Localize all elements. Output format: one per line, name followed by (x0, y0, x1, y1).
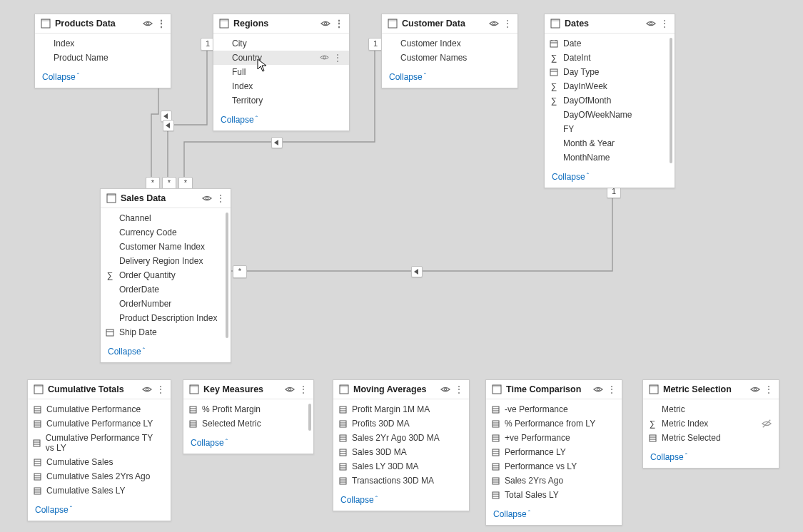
field-row[interactable]: Channel (101, 211, 231, 225)
field-label: Total Sales LY (505, 490, 559, 500)
more-options-icon[interactable]: ⋮ (607, 384, 616, 394)
collapse-link[interactable]: Collapseˆ (650, 452, 687, 462)
table-time-comparison[interactable]: Time Comparison ⋮ -ve Performance % Perf… (485, 379, 622, 526)
field-row[interactable]: Cumulative Sales (28, 455, 171, 469)
collapse-link[interactable]: Collapseˆ (221, 115, 258, 125)
field-row[interactable]: Index (35, 36, 171, 51)
table-dates[interactable]: Dates ⋮ Date ∑DateInt Day Type ∑DayInWee… (544, 14, 675, 188)
field-row[interactable]: Total Sales LY (486, 488, 622, 502)
table-cumulative-totals[interactable]: Cumulative Totals ⋮ Cumulative Performan… (27, 379, 171, 521)
visibility-icon[interactable] (202, 193, 212, 203)
collapse-link[interactable]: Collapseˆ (108, 347, 145, 357)
field-row[interactable]: OrderNumber (101, 297, 231, 311)
visibility-icon[interactable] (646, 19, 656, 29)
table-key-measures[interactable]: Key Measures ⋮ % Profit Margin Selected … (183, 379, 314, 454)
table-regions[interactable]: Regions ⋮ City Country ⋮ Full Index Terr… (213, 14, 350, 131)
field-row[interactable]: ∑Order Quantity (101, 268, 231, 282)
field-row[interactable]: Profit Margin 1M MA (333, 402, 469, 416)
field-row[interactable]: Index (213, 79, 349, 93)
collapse-link[interactable]: Collapseˆ (191, 438, 228, 448)
field-row[interactable]: Cumulative Performance TY vs LY (28, 431, 171, 455)
field-row[interactable]: Ship Date (101, 325, 231, 339)
field-row[interactable]: Month & Year (545, 136, 675, 150)
field-row[interactable]: City (213, 36, 349, 51)
field-row[interactable]: ∑ Metric Index (643, 416, 779, 431)
table-products-data[interactable]: Products Data ⋮ Index Product Name Colla… (34, 14, 171, 88)
field-row[interactable]: Customer Names (382, 51, 517, 65)
field-row[interactable]: Profits 30D MA (333, 416, 469, 431)
field-row[interactable]: % Performance from LY (486, 416, 622, 431)
field-label: Cumulative Performance TY vs LY (46, 433, 163, 453)
field-row[interactable]: Delivery Region Index (101, 254, 231, 268)
more-options-icon[interactable]: ⋮ (660, 19, 669, 29)
field-row[interactable]: +ve Performance (486, 431, 622, 445)
collapse-link[interactable]: Collapseˆ (552, 172, 589, 182)
field-row[interactable]: Date (545, 36, 675, 51)
more-options-icon[interactable]: ⋮ (333, 53, 342, 63)
visibility-icon[interactable] (142, 384, 152, 394)
collapse-link[interactable]: Collapseˆ (389, 72, 426, 82)
visibility-icon[interactable] (750, 384, 760, 394)
field-row[interactable]: ∑DateInt (545, 51, 675, 65)
field-row[interactable]: ∑DayOfMonth (545, 93, 675, 108)
measure-icon (490, 420, 500, 428)
more-options-icon[interactable]: ⋮ (764, 384, 773, 394)
collapse-link[interactable]: Collapseˆ (42, 72, 79, 82)
field-row[interactable]: Cumulative Performance (28, 402, 171, 416)
more-options-icon[interactable]: ⋮ (503, 19, 512, 29)
collapse-link[interactable]: Collapseˆ (493, 509, 530, 519)
visibility-icon[interactable] (440, 384, 450, 394)
hidden-icon[interactable] (762, 419, 772, 429)
field-row[interactable]: Sales 2Yr Ago 30D MA (333, 431, 469, 445)
visibility-icon[interactable] (593, 384, 603, 394)
field-row[interactable]: Product Description Index (101, 311, 231, 325)
collapse-link[interactable]: Collapseˆ (35, 505, 72, 515)
field-label: Cumulative Sales 2Yrs Ago (46, 471, 150, 481)
field-row[interactable]: Transactions 30D MA (333, 474, 469, 488)
more-options-icon[interactable]: ⋮ (335, 19, 343, 29)
field-row[interactable]: Currency Code (101, 225, 231, 240)
table-metric-selection[interactable]: Metric Selection ⋮ Metric ∑ Metric Index… (642, 379, 779, 469)
table-moving-averages[interactable]: Moving Averages ⋮ Profit Margin 1M MA Pr… (333, 379, 470, 511)
field-row[interactable]: Territory (213, 93, 349, 108)
field-row[interactable]: Customer Name Index (101, 240, 231, 254)
more-options-icon[interactable]: ⋮ (216, 193, 225, 203)
model-canvas[interactable]: { "collapseLabel": "Collapse", "tables":… (0, 0, 803, 532)
field-row[interactable]: Customer Index (382, 36, 517, 51)
table-sales-data[interactable]: Sales Data ⋮ Channel Currency Code Custo… (100, 188, 231, 363)
visibility-icon[interactable] (285, 384, 295, 394)
field-row[interactable]: % Profit Margin (183, 402, 313, 416)
more-options-icon[interactable]: ⋮ (156, 384, 165, 394)
field-row[interactable]: FY (545, 122, 675, 136)
visibility-icon[interactable] (143, 19, 153, 29)
field-row[interactable]: -ve Performance (486, 402, 622, 416)
field-row[interactable]: Selected Metric (183, 416, 313, 431)
field-row[interactable]: Product Name (35, 51, 171, 65)
field-row[interactable]: Metric Selected (643, 431, 779, 445)
field-row[interactable]: Cumulative Sales LY (28, 484, 171, 498)
field-row[interactable]: Sales LY 30D MA (333, 459, 469, 474)
collapse-link[interactable]: Collapseˆ (340, 495, 378, 505)
field-row[interactable]: DayOfWeekName (545, 108, 675, 122)
visibility-icon[interactable] (320, 53, 329, 63)
field-row[interactable]: OrderDate (101, 282, 231, 297)
field-row[interactable]: ∑DayInWeek (545, 79, 675, 93)
field-row[interactable]: MonthName (545, 150, 675, 165)
visibility-icon[interactable] (489, 19, 499, 29)
field-row[interactable]: Full (213, 65, 349, 79)
more-options-icon[interactable]: ⋮ (299, 384, 308, 394)
field-row[interactable]: Sales 2Yrs Ago (486, 474, 622, 488)
field-row[interactable]: Cumulative Performance LY (28, 416, 171, 431)
field-row[interactable]: Performance vs LY (486, 459, 622, 474)
field-row[interactable]: Sales 30D MA (333, 445, 469, 459)
field-row[interactable]: Metric (643, 402, 779, 416)
visibility-icon[interactable] (320, 19, 330, 29)
more-options-icon[interactable]: ⋮ (157, 19, 165, 29)
field-row[interactable]: Day Type (545, 65, 675, 79)
table-customer-data[interactable]: Customer Data ⋮ Customer Index Customer … (381, 14, 518, 88)
svg-rect-87 (493, 449, 499, 456)
field-row[interactable]: Country ⋮ (213, 51, 349, 65)
more-options-icon[interactable]: ⋮ (455, 384, 463, 394)
field-row[interactable]: Cumulative Sales 2Yrs Ago (28, 469, 171, 484)
field-row[interactable]: Performance LY (486, 445, 622, 459)
